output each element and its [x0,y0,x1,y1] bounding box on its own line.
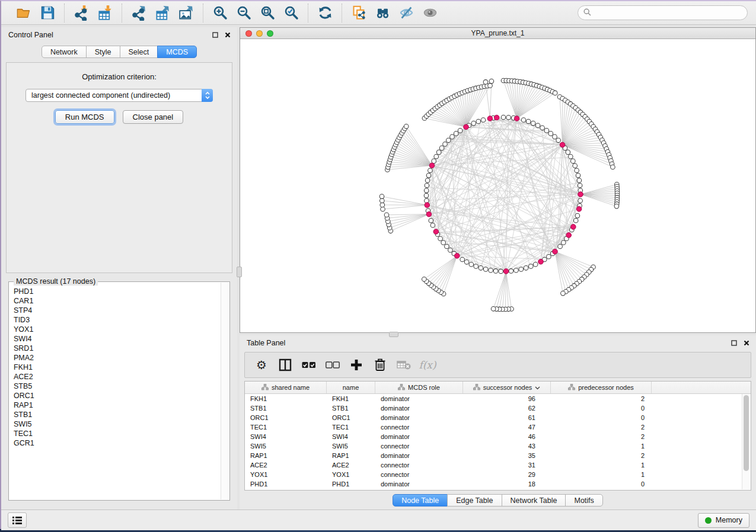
optimization-criterion-select[interactable]: largest connected component (undirected) [25,89,213,102]
mcds-node-item[interactable]: FKH1 [14,363,221,372]
tab-mcds[interactable]: MCDS [157,46,197,58]
shared-column-icon [473,384,480,392]
table-row[interactable]: PHD1PHD1dominator180 [245,479,751,489]
refresh-view-icon[interactable] [313,4,337,23]
search-input[interactable] [595,8,742,18]
column-header-predecessor-nodes[interactable]: predecessor nodes [551,382,652,393]
save-session-icon[interactable] [36,4,59,23]
mcds-node-item[interactable]: SRD1 [14,344,221,353]
horizontal-splitter[interactable] [240,333,756,335]
table-panel: Table Panel ⚙f(x) shared namenameMCDS ro… [240,335,756,509]
mcds-result-list[interactable]: PHD1CAR1STP4TID3YOX1SWI4SRD1PMA2FKH1ACE2… [9,286,221,499]
mcds-node-item[interactable]: SWI4 [14,334,221,344]
mcds-node-item[interactable]: PHD1 [14,287,221,296]
mcds-node-item[interactable]: TEC1 [14,429,221,438]
export-image-icon[interactable] [174,4,198,23]
table-scrollbar-thumb[interactable] [744,395,749,471]
mcds-node-item[interactable]: ORC1 [14,391,221,400]
mcds-result-title: MCDS result (17 nodes) [14,277,98,286]
delete-table-icon [393,355,414,375]
close-icon[interactable] [224,31,231,39]
table-scrollbar[interactable] [742,394,750,489]
network-view-window: YPA_prune.txt_1 [240,27,756,333]
deselect-all-icon[interactable] [322,355,343,375]
table-row[interactable]: ORC1ORC1dominator610 [245,413,751,422]
memory-button[interactable]: Memory [698,513,749,528]
tab-motifs[interactable]: Motifs [565,494,602,507]
table-row[interactable]: SWI4SWI4dominator462 [245,432,751,441]
table-panel-title: Table Panel [247,339,285,347]
tab-network-table[interactable]: Network Table [502,494,566,507]
close-icon[interactable] [743,339,750,347]
export-network-icon[interactable] [127,4,151,23]
delete-row-icon[interactable] [369,355,391,375]
table-row[interactable]: FKH1FKH1dominator962 [245,394,751,403]
cytoscape-window: Control Panel NetworkStyleSelectMCDS Opt… [0,0,756,529]
table-row[interactable]: SWI5SWI5connector431 [245,441,751,451]
network-canvas[interactable] [240,39,755,332]
import-network-icon[interactable] [69,4,93,23]
select-all-icon[interactable] [298,355,320,375]
add-row-icon[interactable] [346,355,367,375]
zoom-in-icon[interactable] [208,4,232,23]
zoom-out-icon[interactable] [232,4,256,23]
float-icon[interactable] [212,31,219,39]
select-stepper-icon [202,89,213,102]
show-column-icon[interactable] [275,355,296,375]
network-graph [240,39,753,332]
search-box[interactable] [578,5,748,20]
table-row[interactable]: YOX1YOX1connector291 [245,470,751,479]
column-header-successor-nodes[interactable]: successor nodes [463,382,551,393]
mcds-node-item[interactable]: PMA2 [14,353,221,363]
mcds-result-group: MCDS result (17 nodes) PHD1CAR1STP4TID3Y… [8,281,230,501]
tab-edge-table[interactable]: Edge Table [447,494,502,507]
column-header-name[interactable]: name [327,382,375,393]
horizontal-splitter-handle[interactable] [389,332,398,337]
main-toolbar [1,1,756,25]
vertical-splitter-handle[interactable] [237,267,242,277]
column-header-shared-name[interactable]: shared name [245,382,327,393]
mcds-node-item[interactable]: RAP1 [14,400,221,410]
float-icon[interactable] [731,339,738,347]
table-settings-icon[interactable]: ⚙ [251,355,272,375]
tab-node-table[interactable]: Node Table [393,494,448,507]
import-table-icon[interactable] [93,4,117,23]
mcds-node-item[interactable]: CAR1 [14,296,221,306]
close-panel-button[interactable]: Close panel [123,110,184,124]
tab-style[interactable]: Style [86,46,120,58]
mcds-result-scrollbar[interactable] [221,283,229,499]
zoom-selected-icon[interactable] [279,4,303,23]
network-window-titlebar[interactable]: YPA_prune.txt_1 [240,28,755,39]
zoom-fit-icon[interactable] [256,4,279,23]
first-neighbors-icon[interactable] [371,4,394,23]
mcds-node-item[interactable]: ACE2 [14,372,221,382]
run-mcds-button[interactable]: Run MCDS [55,110,114,124]
node-table: shared namenameMCDS rolesuccessor nodesp… [244,381,751,491]
tab-network[interactable]: Network [42,46,87,58]
mcds-node-item[interactable]: STB5 [14,382,221,391]
tab-select[interactable]: Select [120,46,158,58]
export-table-icon[interactable] [151,4,174,23]
open-file-icon[interactable] [12,4,36,23]
table-row[interactable]: RAP1RAP1dominator352 [245,451,751,460]
mcds-node-item[interactable]: TID3 [14,315,221,325]
task-history-icon[interactable] [8,512,27,528]
column-header-MCDS-role[interactable]: MCDS role [375,382,463,393]
control-panel: Control Panel NetworkStyleSelectMCDS Opt… [1,27,237,509]
mcds-node-item[interactable]: SWI5 [14,419,221,429]
clone-network-icon[interactable] [347,4,371,23]
mcds-node-item[interactable]: GCR1 [14,438,221,448]
show-all-icon[interactable] [418,4,442,23]
table-row[interactable]: ACE2ACE2connector311 [245,460,751,470]
node-table-body[interactable]: FKH1FKH1dominator962STB1STB1dominator620… [245,394,751,489]
mcds-node-item[interactable]: YOX1 [14,325,221,334]
hide-selected-icon[interactable] [394,4,418,23]
mcds-node-item[interactable]: STP4 [14,306,221,315]
table-panel-header: Table Panel [240,335,756,350]
table-row[interactable]: STB1STB1dominator620 [245,403,751,413]
mcds-node-item[interactable]: STB1 [14,410,221,419]
table-toolbar: ⚙f(x) [244,352,751,378]
table-row[interactable]: TEC1TEC1connector472 [245,422,751,432]
right-column: YPA_prune.txt_1 Table Panel [237,27,756,509]
selected-option: largest connected component (undirected) [26,91,202,100]
